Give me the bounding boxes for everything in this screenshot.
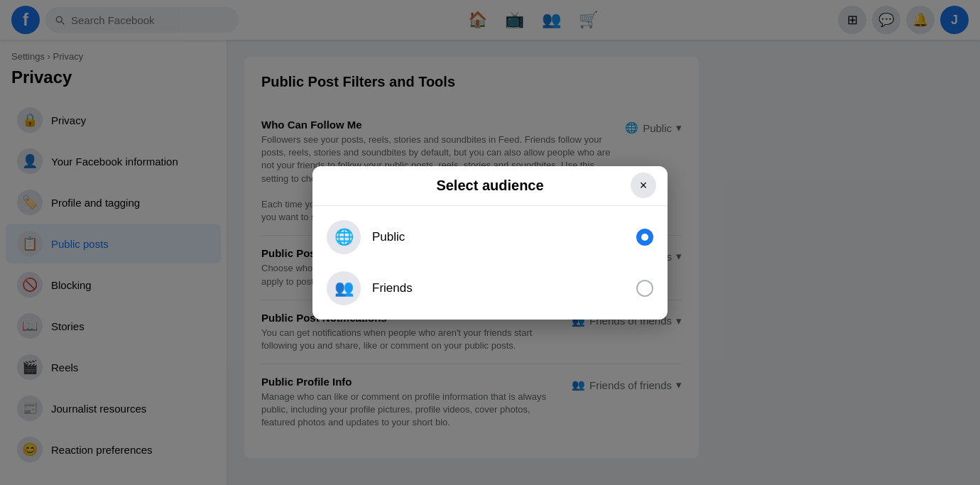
select-audience-modal: Select audience × 🌐 Public 👥 Friends [312,166,668,320]
audience-public-icon: 🌐 [327,220,361,254]
audience-friends-label: Friends [372,281,625,295]
modal-overlay[interactable]: Select audience × 🌐 Public 👥 Friends [0,0,980,485]
modal-header: Select audience × [312,166,668,206]
audience-option-friends[interactable]: 👥 Friends [312,263,668,314]
audience-public-label: Public [372,230,625,244]
audience-public-radio[interactable] [636,229,653,246]
audience-friends-radio[interactable] [636,280,653,297]
modal-title: Select audience [436,178,543,194]
modal-body: 🌐 Public 👥 Friends [312,206,668,320]
modal-close-button[interactable]: × [631,173,656,198]
audience-friends-icon: 👥 [327,271,361,305]
audience-option-public[interactable]: 🌐 Public [312,212,668,263]
